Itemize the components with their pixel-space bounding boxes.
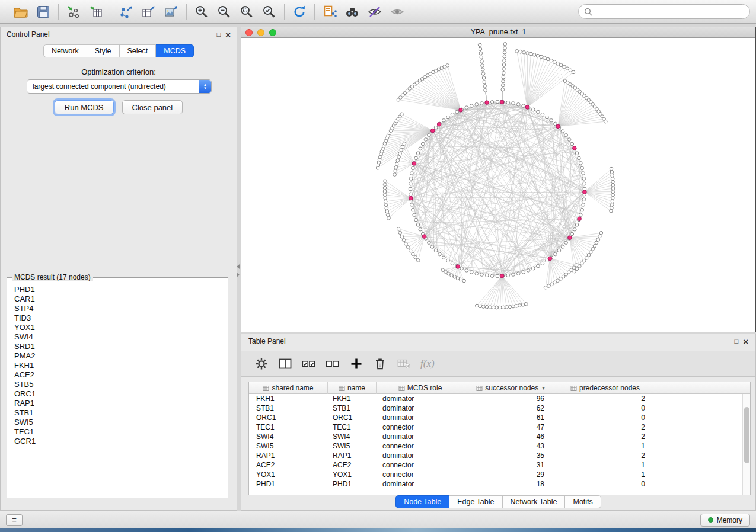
tab-mcds[interactable]: MCDS <box>156 44 194 57</box>
import-network-icon[interactable] <box>66 4 81 20</box>
save-icon[interactable] <box>36 4 51 20</box>
sort-caret-icon[interactable]: ▾ <box>542 385 545 391</box>
open-file-icon[interactable] <box>13 4 28 20</box>
show-columns-icon[interactable] <box>278 357 292 371</box>
search-input[interactable] <box>595 8 744 16</box>
apply-function-icon[interactable]: f(x) <box>420 358 435 370</box>
mcds-result-item[interactable]: SRD1 <box>14 342 225 351</box>
mcds-result-item[interactable]: STB5 <box>14 380 225 389</box>
zoom-out-icon[interactable] <box>216 4 232 20</box>
add-row-icon[interactable] <box>349 357 363 371</box>
table-row[interactable]: ORC1ORC1dominator610 <box>249 413 742 422</box>
mcds-result-item[interactable]: ACE2 <box>14 370 225 380</box>
tab-network[interactable]: Network <box>43 44 87 57</box>
table-row[interactable]: SWI5SWI5connector431 <box>249 441 742 451</box>
delete-rows-icon[interactable] <box>373 357 387 371</box>
tab-node-table[interactable]: Node Table <box>395 495 449 508</box>
attribute-icon <box>570 385 577 392</box>
panel-splitter[interactable] <box>237 264 241 282</box>
search-box[interactable] <box>578 4 750 19</box>
unselect-all-rows-icon[interactable] <box>326 357 340 371</box>
mcds-result-item[interactable]: FKH1 <box>14 361 225 370</box>
mcds-result-item[interactable]: CAR1 <box>14 294 225 304</box>
expand-right-icon[interactable] <box>237 273 240 277</box>
table-row[interactable]: YOX1YOX1connector291 <box>249 470 742 479</box>
tab-select[interactable]: Select <box>120 44 157 57</box>
refresh-group <box>285 4 314 20</box>
table-panel-tabs: Node TableEdge TableNetwork TableMotifs <box>241 495 755 508</box>
network-window-titlebar[interactable]: YPA_prune.txt_1 <box>241 27 755 38</box>
network-canvas[interactable] <box>241 38 755 332</box>
mcds-result-item[interactable]: RAP1 <box>14 399 225 408</box>
float-window-icon[interactable]: □ <box>217 31 221 38</box>
close-panel-icon[interactable]: × <box>225 31 231 39</box>
table-toolbar: f(x) <box>241 351 755 377</box>
zoom-fit-icon[interactable] <box>239 4 254 20</box>
clone-network-icon[interactable] <box>322 4 337 20</box>
scrollbar-thumb[interactable] <box>744 407 749 463</box>
table-row[interactable]: ACE2ACE2connector311 <box>249 460 742 470</box>
mcds-result-item[interactable]: TID3 <box>14 313 225 323</box>
mcds-result-item[interactable]: GCR1 <box>14 437 225 446</box>
tab-style[interactable]: Style <box>87 44 120 57</box>
clear-table-icon[interactable] <box>397 357 411 371</box>
memory-status-dot <box>708 517 713 523</box>
table-row[interactable]: FKH1FKH1dominator962 <box>249 394 742 403</box>
export-table-icon[interactable] <box>141 4 157 20</box>
export-image-icon[interactable] <box>164 4 179 20</box>
column-header-name[interactable]: name <box>328 382 377 394</box>
mcds-result-item[interactable]: ORC1 <box>14 389 225 399</box>
table-scrollbar[interactable] <box>742 394 750 495</box>
table-panel-header: Table Panel □ × <box>241 334 755 348</box>
network-view-window: YPA_prune.txt_1 <box>241 27 756 332</box>
hide-selected-icon[interactable] <box>367 4 382 20</box>
tab-motifs[interactable]: Motifs <box>565 495 601 508</box>
control-panel: Control Panel □ × NetworkStyleSelectMCDS… <box>0 27 237 511</box>
mcds-buttons-row: Run MCDS Close panel <box>1 100 237 114</box>
collapse-left-icon[interactable] <box>237 264 240 269</box>
column-header-successor-nodes[interactable]: successor nodes▾ <box>464 382 557 394</box>
tab-network-table[interactable]: Network Table <box>503 495 566 508</box>
mcds-result-title: MCDS result (17 nodes) <box>12 273 93 281</box>
export-network-icon[interactable] <box>119 4 134 20</box>
show-all-icon[interactable] <box>390 4 405 20</box>
float-window-icon[interactable]: □ <box>735 338 739 345</box>
status-list-button[interactable]: ≡ <box>6 514 23 526</box>
table-row[interactable]: SWI4SWI4dominator462 <box>249 432 742 441</box>
mcds-result-item[interactable]: PHD1 <box>14 285 225 294</box>
mcds-result-item[interactable]: SWI4 <box>14 332 225 342</box>
zoom-in-icon[interactable] <box>194 4 209 20</box>
column-header-predecessor-nodes[interactable]: predecessor nodes <box>557 382 653 394</box>
close-panel-icon[interactable]: × <box>743 338 748 345</box>
table-row[interactable]: TEC1TEC1connector472 <box>249 422 742 432</box>
settings-gear-icon[interactable] <box>254 357 269 371</box>
mcds-result-item[interactable]: TEC1 <box>14 427 225 437</box>
mcds-result-item[interactable]: STB1 <box>14 408 225 418</box>
select-all-rows-icon[interactable] <box>302 357 316 371</box>
mcds-result-box: MCDS result (17 nodes) PHD1CAR1STP4TID3Y… <box>7 277 228 498</box>
import-table-icon[interactable] <box>88 4 104 20</box>
table-panel-title: Table Panel <box>248 337 286 345</box>
zoom-selected-icon[interactable] <box>261 4 277 20</box>
import-group <box>59 4 111 20</box>
find-icon[interactable] <box>344 4 360 20</box>
table-row[interactable]: RAP1RAP1dominator352 <box>249 451 742 460</box>
run-mcds-button[interactable]: Run MCDS <box>55 100 114 114</box>
optimization-dropdown[interactable]: largest connected component (undirected)… <box>27 79 212 94</box>
table-row[interactable]: PHD1PHD1dominator180 <box>249 479 742 489</box>
panel-window-controls: □ × <box>735 338 748 345</box>
refresh-icon[interactable] <box>292 4 307 20</box>
close-panel-button[interactable]: Close panel <box>122 100 183 114</box>
mcds-result-item[interactable]: SWI5 <box>14 418 225 427</box>
mcds-result-item[interactable]: STP4 <box>14 304 225 313</box>
column-header-shared-name[interactable]: shared name <box>249 382 328 394</box>
mcds-result-item[interactable]: PMA2 <box>14 351 225 361</box>
tab-edge-table[interactable]: Edge Table <box>449 495 502 508</box>
column-header-MCDS-role[interactable]: MCDS role <box>377 382 464 394</box>
dropdown-stepper-icon: ▲▼ <box>199 80 211 93</box>
memory-button[interactable]: Memory <box>700 514 750 527</box>
mcds-result-item[interactable]: YOX1 <box>14 323 225 332</box>
table-row[interactable]: STB1STB1dominator620 <box>249 403 742 413</box>
status-bar: ≡ Memory <box>0 511 756 528</box>
network-nodes <box>376 43 615 309</box>
